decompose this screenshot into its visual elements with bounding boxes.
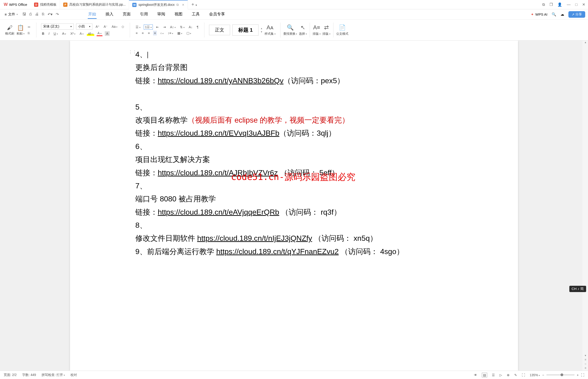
item8-link[interactable]: https://cloud.189.cn/t/nIjEJ3jQNZfy (197, 234, 312, 242)
focus-icon[interactable]: ⛶ (522, 373, 525, 377)
wps-ai-button[interactable]: ✦ WPS AI (531, 12, 547, 16)
highlight-button[interactable]: ab (87, 31, 94, 36)
gongwen-button[interactable]: 📄公文模式 (336, 24, 348, 36)
select-button[interactable]: ↖选择 (299, 24, 307, 36)
cut-icon[interactable]: ✂ (27, 25, 32, 29)
vertical-scrollbar[interactable]: ▴ ▾ ≡ ○ ≡ (583, 41, 588, 371)
font-color-button[interactable]: A (97, 31, 102, 36)
fullscreen-icon[interactable]: ⛶ (581, 373, 584, 377)
detach-icon[interactable]: ⧉ (176, 3, 179, 7)
zoom-in-button[interactable]: + (577, 373, 579, 377)
undo-icon[interactable]: ↶▾ (48, 12, 52, 16)
cube-icon[interactable]: ❒ (550, 2, 553, 7)
item5-link[interactable]: https://cloud.189.cn/t/EVvqI3uAJBFb (158, 129, 279, 137)
align-left-button[interactable]: ≡ (135, 31, 138, 35)
share-button[interactable]: ↗ 分享 (568, 11, 585, 18)
tab-review[interactable]: 审阅 (157, 10, 166, 19)
save-icon[interactable]: 🖫 (22, 12, 26, 16)
document-page[interactable]: ⋮⋮ 4、 更换后台背景图 链接：https://cloud.189.cn/t/… (70, 41, 518, 371)
word-count[interactable]: 字数: 449 (22, 373, 36, 377)
multi-window-icon[interactable]: ⧉ (542, 2, 545, 7)
tab-vip[interactable]: 会员专享 (209, 10, 225, 19)
numbering-button[interactable]: 1☰ (144, 24, 153, 30)
style-scroll-up[interactable]: ▴ (261, 27, 262, 30)
spacing-button[interactable]: ⇅ (179, 25, 185, 29)
maximize-button[interactable]: □ (575, 2, 577, 7)
print-icon[interactable]: 🖨 (35, 12, 39, 16)
scroll-up-icon[interactable]: ▴ (583, 41, 588, 45)
style-body[interactable]: 正文 (209, 25, 230, 35)
tab-templates[interactable]: D 找稻壳模板 (31, 0, 60, 9)
ime-indicator[interactable]: CH ♪ 简 (569, 286, 586, 292)
clear-format-icon[interactable]: ◇ (121, 24, 125, 29)
page-indicator[interactable]: 页面: 2/2 (4, 373, 17, 377)
borders-button[interactable]: ▢ (185, 31, 192, 35)
item4-link[interactable]: https://cloud.189.cn/t/yANNB3b26bQv (158, 77, 284, 85)
item7-link[interactable]: https://cloud.189.cn/t/eAVjqqeErQRb (158, 208, 279, 216)
redo-icon[interactable]: ↷ (56, 12, 59, 16)
eye-icon[interactable]: 👁 (474, 373, 477, 377)
strikethrough-button[interactable]: A̶ (61, 31, 67, 36)
text-effect-button[interactable]: A (79, 31, 84, 36)
font-family-select[interactable]: 宋体 (正文)▾ (41, 24, 74, 30)
bullets-button[interactable]: ☰ (135, 25, 141, 29)
layout-button[interactable]: A≡排版 (313, 24, 320, 36)
tab-start[interactable]: 开始 (88, 10, 97, 19)
tab-view[interactable]: 视图 (174, 10, 183, 19)
cloud-sync-icon[interactable]: ☁ (560, 12, 564, 16)
file-menu[interactable]: ≡ 文件 ▾ (3, 11, 20, 17)
item9-link[interactable]: https://cloud.189.cn/t/qYJFnanEZvu2 (216, 247, 339, 256)
align-right-button[interactable]: ≡ (147, 31, 151, 35)
find-replace-button[interactable]: 🔍查找替换 (283, 24, 297, 36)
italic-button[interactable]: I (48, 31, 50, 36)
increase-indent-button[interactable]: ⇥ (162, 25, 167, 29)
sort-button[interactable]: A↓ (188, 25, 193, 29)
style-heading1[interactable]: 标题 1 (232, 24, 259, 36)
change-case-icon[interactable]: Aa (111, 24, 118, 29)
zoom-slider[interactable] (546, 375, 574, 375)
minimize-button[interactable]: — (567, 2, 571, 7)
zoom-out-button[interactable]: − (542, 373, 544, 377)
decrease-font-icon[interactable]: A⁻ (103, 24, 108, 29)
format-painter-button[interactable]: 🖌格式刷 (5, 24, 14, 36)
underline-button[interactable]: U (53, 31, 59, 36)
writing-icon[interactable]: ✎ (514, 373, 517, 377)
close-icon[interactable]: × (182, 3, 184, 7)
bold-button[interactable]: B (41, 31, 45, 36)
shading-button[interactable]: ▦ (176, 31, 183, 35)
superscript-button[interactable]: X² (69, 31, 76, 36)
spellcheck-status[interactable]: 拼写检查: 打开 (42, 373, 65, 377)
style-set-button[interactable]: Aᴀ样式集 (265, 24, 276, 36)
tab-active-doc[interactable]: W springboot开发文档.docx ⧉ × (129, 0, 188, 9)
tab-ref[interactable]: 引用 (139, 10, 148, 19)
search-icon[interactable]: 🔍 (552, 12, 556, 16)
export-icon[interactable]: ⎙ (29, 12, 32, 16)
copy-icon[interactable]: ⎘ (27, 31, 32, 35)
show-marks-button[interactable]: ¶ (196, 25, 200, 29)
app-logo[interactable]: W WPS Office (0, 2, 31, 7)
nav-icon[interactable]: ○ (583, 362, 588, 366)
align-justify-button[interactable]: ≡ (153, 31, 157, 35)
tab-tools[interactable]: 工具 (191, 10, 200, 19)
text-direction-button[interactable]: A↕ (169, 25, 177, 29)
item6-link[interactable]: https://cloud.189.cn/t/AJRbIbVZVr6z (158, 169, 278, 177)
paste-button[interactable]: 📋粘贴 (17, 24, 24, 36)
increase-font-icon[interactable]: A⁺ (95, 24, 100, 29)
tab-page[interactable]: 页面 (122, 10, 131, 19)
print-preview-icon[interactable]: ⎘ (42, 12, 44, 16)
char-shading-button[interactable]: A (105, 31, 110, 36)
outline-view-icon[interactable]: ☰ (492, 373, 495, 377)
avatar-icon[interactable]: 👤 (557, 2, 562, 7)
style-scroll-down[interactable]: ▾ (261, 30, 262, 33)
line-spacing-button[interactable]: ↕≡ (167, 31, 174, 35)
web-view-icon[interactable]: ⊕ (507, 373, 510, 377)
decrease-indent-button[interactable]: ⇤ (155, 25, 160, 29)
layout2-button[interactable]: ⇄排版 (322, 24, 330, 36)
proofread-status[interactable]: 校对 (70, 373, 77, 377)
tab-ppt[interactable]: P 高校自习室预约系统的设计与实现.pp... (60, 0, 129, 9)
close-window-button[interactable]: ✕ (582, 2, 585, 7)
page-view-icon[interactable]: ▤ (482, 373, 487, 377)
align-center-button[interactable]: ≡ (141, 31, 145, 35)
distribute-button[interactable]: ⫞ (159, 31, 165, 35)
new-tab-button[interactable]: + ▾ (188, 2, 201, 7)
